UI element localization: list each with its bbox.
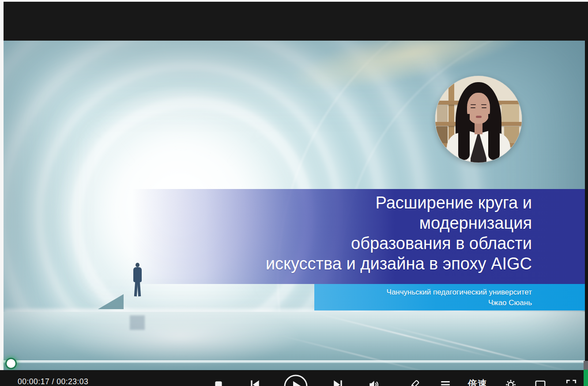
title-line-4: искусства и дизайна в эпоху AIGC (143, 254, 532, 274)
fullscreen-button[interactable] (562, 379, 581, 386)
playlist-button[interactable] (436, 379, 455, 386)
gear-icon (505, 379, 516, 386)
player-controls: 00:00:17 / 00:23:03 倍速 (0, 370, 584, 386)
subtitle-line-author: Чжао Сюань (387, 298, 532, 308)
slide-subtitle-bar: Чанчуньский педагогический университет Ч… (314, 284, 585, 310)
top-bar (4, 2, 588, 41)
accent-strip (584, 370, 588, 386)
settings-button[interactable] (501, 379, 520, 386)
slide-title: Расширение круга и модернизация образова… (143, 193, 532, 274)
slide-subtitle: Чанчуньский педагогический университет Ч… (387, 287, 532, 308)
skip-back-icon (249, 379, 260, 386)
presenter-face (467, 93, 490, 124)
previous-button[interactable] (245, 379, 264, 386)
speed-label: 倍速 (468, 378, 487, 386)
slide-title-band: Расширение круга и модернизация образова… (132, 189, 585, 284)
stop-icon (213, 379, 224, 386)
title-line-2: модернизация (143, 213, 532, 233)
title-line-3: образования в области (143, 233, 532, 254)
time-display: 00:00:17 / 00:23:03 (18, 377, 88, 386)
title-line-1: Расширение круга и (143, 193, 532, 213)
right-edge-track (585, 41, 588, 361)
pen-icon (409, 379, 420, 386)
mini-player-button[interactable] (531, 379, 550, 386)
annotate-button[interactable] (405, 379, 424, 386)
fullscreen-icon (565, 379, 577, 386)
presenter-webcam (435, 76, 522, 163)
playhead-handle[interactable] (5, 358, 17, 369)
next-button[interactable] (328, 379, 348, 386)
stop-button[interactable] (209, 379, 228, 386)
progress-bar[interactable] (4, 360, 585, 363)
play-button[interactable] (283, 374, 308, 386)
speed-button[interactable]: 倍速 (464, 378, 492, 386)
video-area[interactable]: Расширение круга и модернизация образова… (4, 41, 585, 370)
play-icon (283, 374, 308, 386)
volume-button[interactable] (364, 379, 384, 386)
mini-player-icon (535, 379, 546, 386)
skip-forward-icon (332, 379, 344, 386)
list-icon (440, 379, 451, 386)
right-edge-thumb[interactable] (584, 361, 588, 370)
window-left-border (0, 1, 4, 370)
volume-icon (368, 379, 380, 386)
subtitle-line-university: Чанчуньский педагогический университет (387, 287, 532, 298)
